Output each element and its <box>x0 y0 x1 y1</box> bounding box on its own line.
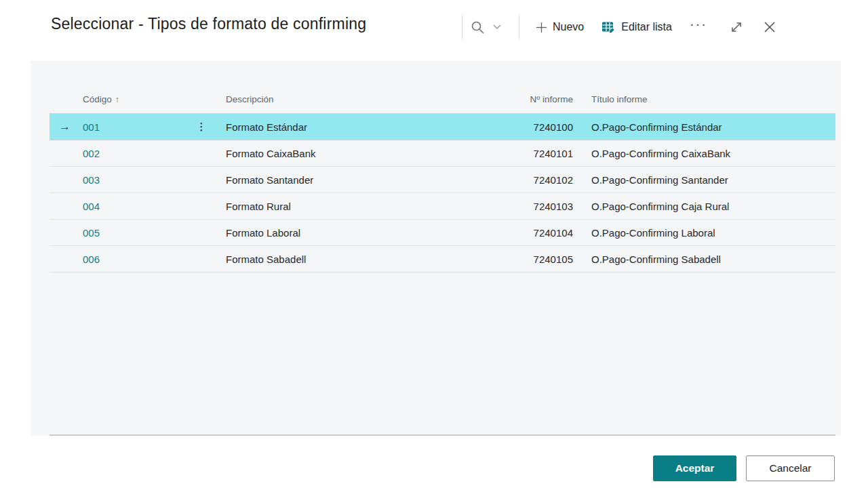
column-header-descripcion[interactable]: Descripción <box>226 94 274 104</box>
code-link[interactable]: 006 <box>83 253 100 265</box>
report-title-cell: O.Pago-Confirming Sabadell <box>578 253 835 265</box>
new-button-label: Nuevo <box>553 21 584 33</box>
report-title-cell: O.Pago-Confirming Caja Rural <box>578 201 835 212</box>
expand-button[interactable] <box>725 17 748 37</box>
row-ellipsis-icon[interactable]: ⋮ <box>197 121 207 132</box>
description-cell: Formato Sabadell <box>216 253 475 265</box>
edit-list-button-label: Editar lista <box>621 21 672 33</box>
column-header-titulo-informe[interactable]: Título informe <box>591 94 648 104</box>
report-no-link[interactable]: 7240101 <box>534 148 573 159</box>
report-title-cell: O.Pago-Confirming Santander <box>578 174 835 186</box>
close-button[interactable] <box>757 16 782 38</box>
description-cell: Formato Santander <box>216 174 475 186</box>
close-icon <box>762 19 778 35</box>
description-cell: Formato CaixaBank <box>216 148 475 159</box>
report-no-link[interactable]: 7240104 <box>534 227 573 239</box>
cancel-button[interactable]: Cancelar <box>746 455 835 481</box>
edit-list-icon <box>601 20 616 35</box>
description-cell: Formato Rural <box>216 201 475 212</box>
table-row[interactable]: 006 Formato Sabadell 7240105 O.Pago-Conf… <box>50 246 835 272</box>
report-no-link[interactable]: 7240105 <box>534 253 573 265</box>
selected-row-arrow-icon: → <box>59 120 71 133</box>
code-link[interactable]: 005 <box>83 227 100 239</box>
expand-icon <box>729 20 744 35</box>
report-no-link[interactable]: 7240102 <box>534 174 573 186</box>
description-cell: Formato Estándar <box>216 121 475 133</box>
content-panel: Código↑ Descripción Nº informe Título in… <box>31 61 841 436</box>
sort-ascending-icon: ↑ <box>115 95 119 104</box>
grid-header-row: Código↑ Descripción Nº informe Título in… <box>50 61 835 113</box>
report-no-link[interactable]: 7240103 <box>534 201 573 212</box>
table-row[interactable]: 002 Formato CaixaBank 7240101 O.Pago-Con… <box>50 140 835 167</box>
code-link[interactable]: 002 <box>83 148 100 159</box>
search-icon <box>471 20 485 35</box>
code-link[interactable]: 004 <box>83 201 100 212</box>
code-link[interactable]: 001 <box>83 121 100 133</box>
table-row[interactable]: 005 Formato Laboral 7240104 O.Pago-Confi… <box>50 220 835 246</box>
column-header-no-informe[interactable]: Nº informe <box>530 94 573 104</box>
table-row[interactable]: 004 Formato Rural 7240103 O.Pago-Confirm… <box>50 193 835 220</box>
dialog-title: Seleccionar - Tipos de formato de confir… <box>51 15 366 33</box>
more-options-button[interactable]: ··· <box>684 16 713 39</box>
report-title-cell: O.Pago-Confirming Estándar <box>578 121 835 133</box>
column-header-codigo[interactable]: Código↑ <box>83 94 119 104</box>
data-grid: Código↑ Descripción Nº informe Título in… <box>50 61 835 272</box>
new-button[interactable]: Nuevo <box>534 18 585 36</box>
code-link[interactable]: 003 <box>83 174 100 186</box>
accept-button[interactable]: Aceptar <box>653 455 736 481</box>
toolbar-divider <box>519 15 519 39</box>
dialog-header: Seleccionar - Tipos de formato de confir… <box>0 0 868 58</box>
chevron-down-icon <box>493 24 501 30</box>
table-row[interactable]: → 001 ⋮ Formato Estándar 7240100 O.Pago-… <box>50 113 835 140</box>
dialog-select-confirming-format-types: Seleccionar - Tipos de formato de confir… <box>0 0 868 488</box>
report-no-link[interactable]: 7240100 <box>534 121 573 133</box>
grid-body: → 001 ⋮ Formato Estándar 7240100 O.Pago-… <box>50 113 835 272</box>
description-cell: Formato Laboral <box>216 227 475 239</box>
toolbar: Nuevo Editar lista ··· <box>453 0 782 54</box>
table-row[interactable]: 003 Formato Santander 7240102 O.Pago-Con… <box>50 167 835 193</box>
edit-list-button[interactable]: Editar lista <box>600 18 673 37</box>
ellipsis-icon: ··· <box>690 16 707 32</box>
report-title-cell: O.Pago-Confirming Laboral <box>578 227 835 239</box>
report-title-cell: O.Pago-Confirming CaixaBank <box>578 148 835 159</box>
plus-icon <box>536 22 547 33</box>
toolbar-divider <box>462 15 462 39</box>
search-button[interactable] <box>469 18 502 37</box>
